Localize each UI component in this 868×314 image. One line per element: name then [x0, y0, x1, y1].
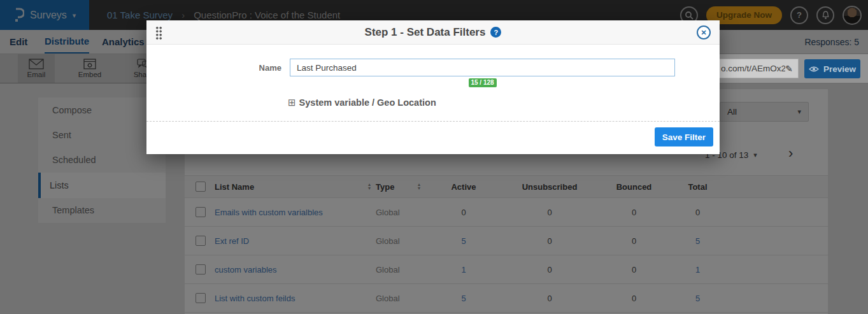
filter-name-input[interactable] — [290, 59, 675, 76]
app-window: Surveys ▾ 01 Take Survey › QuestionPro :… — [0, 0, 868, 314]
modal-body: Name 15 / 128 ⊞ System variable / Geo Lo… — [146, 45, 720, 121]
modal-close-button[interactable]: ✕ — [697, 25, 711, 39]
modal-footer: Save Filter — [146, 121, 720, 154]
drag-handle-icon[interactable] — [155, 26, 162, 39]
modal-title: Step 1 - Set Data Filters — [365, 26, 486, 39]
modal-header: Step 1 - Set Data Filters ? ✕ — [146, 20, 720, 45]
modal-help-icon[interactable]: ? — [490, 27, 501, 38]
system-variable-expander[interactable]: ⊞ System variable / Geo Location — [288, 97, 436, 108]
survey-link-field[interactable]: o.com/t/AEmOx2 ✎ — [720, 59, 799, 78]
share-link-toolbar: o.com/t/AEmOx2 ✎ Preview — [720, 54, 868, 83]
char-counter-badge: 15 / 128 — [469, 78, 497, 87]
set-data-filters-modal: Step 1 - Set Data Filters ? ✕ Name 15 / … — [146, 20, 720, 154]
edit-link-icon[interactable]: ✎ — [785, 64, 793, 74]
preview-label: Preview — [823, 64, 856, 74]
plus-square-icon: ⊞ — [288, 97, 296, 108]
filter-name-label: Name — [146, 59, 281, 87]
eye-icon — [809, 66, 819, 73]
survey-link-value: o.com/t/AEmOx2 — [721, 64, 785, 73]
close-icon: ✕ — [701, 29, 706, 37]
system-variable-label: System variable / Geo Location — [299, 97, 436, 108]
preview-button[interactable]: Preview — [804, 59, 860, 78]
save-filter-button[interactable]: Save Filter — [655, 127, 713, 146]
